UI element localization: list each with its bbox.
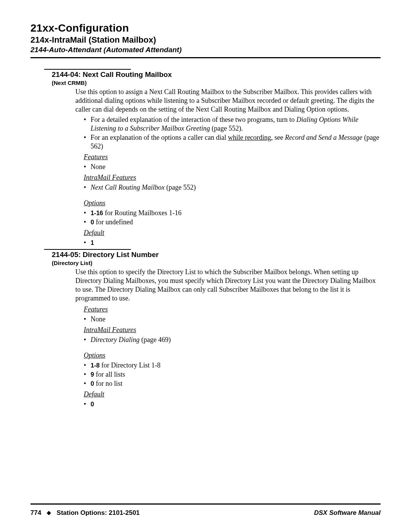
text-run: (page 552) [164,184,196,191]
intramail-link[interactable]: IntraMail Features [84,326,136,334]
bullet-icon: • [84,209,91,217]
text-run: For an explanation of the options a call… [91,134,228,141]
default-list: • 1 [84,238,381,247]
bullet-icon: • [84,238,91,247]
list-item-text: 9 for all lists [91,370,381,379]
list-item: • 1-8 for Directory List 1-8 [84,361,381,370]
footer-right: DSX Software Manual [314,509,381,517]
default-link[interactable]: Default [84,390,104,398]
bullet-icon: • [84,379,91,388]
footer-rule [30,503,381,505]
list-item: • 9 for all lists [84,370,381,379]
list-item: • None [84,315,381,324]
options-link[interactable]: Options [84,199,105,207]
options-heading: Options [84,351,381,359]
section-rule [44,69,131,70]
list-item: • For a detailed explanation of the inte… [84,115,381,133]
list-item-text: 0 [91,400,381,409]
section-subtitle: (Next CRMB) [52,80,381,86]
text-run: for Routing Mailboxes 1-16 [103,209,182,217]
section-subtitle: (Directory List) [52,260,381,266]
text-run-underline: while recording [228,134,271,141]
features-link[interactable]: Features [84,153,108,161]
bullet-icon: • [84,315,91,324]
text-run-bold: 1 [91,239,94,246]
list-item-text: Directory Dialing (page 469) [91,335,381,344]
intramail-heading: IntraMail Features [84,326,381,334]
header-h2: 214x-IntraMail (Station Mailbox) [30,35,381,45]
text-run: , see [271,134,285,141]
intramail-list: • Next Call Routing Mailbox (page 552) [84,183,381,192]
list-item-text: 0 for no list [91,379,381,388]
list-item-text: For a detailed explanation of the intera… [91,115,381,133]
text-run-bold: 1-8 [91,362,100,369]
page-header: 21xx-Configuration 214x-IntraMail (Stati… [30,22,381,54]
detail-bullets: • For a detailed explanation of the inte… [84,115,381,151]
text-run: for undefined [94,218,133,226]
bullet-icon: • [84,163,91,171]
default-heading: Default [84,229,381,237]
list-item: • 1 [84,238,381,247]
list-item: • 0 for no list [84,379,381,388]
diamond-icon: ◆ [47,510,51,516]
list-item: • For an explanation of the options a ca… [84,133,381,151]
text-run: for all lists [94,371,125,378]
list-item-text: None [91,163,381,171]
bullet-icon: • [84,183,91,192]
list-item: • None [84,163,381,171]
section-title: 2144-05: Directory List Number [52,251,381,259]
bullet-icon: • [84,361,91,370]
bullet-icon: • [84,400,91,409]
list-item: • Directory Dialing (page 469) [84,335,381,344]
default-list: • 0 [84,400,381,409]
text-run-italic: Next Call Routing Mailbox [91,184,164,191]
list-item: • Next Call Routing Mailbox (page 552) [84,183,381,192]
list-item-text: None [91,315,381,324]
section-paragraph: Use this option to assign a Next Call Ro… [75,88,381,114]
features-list: • None [84,315,381,324]
page-number: 774 [30,509,41,516]
bullet-icon: • [84,218,91,227]
bullet-icon: • [84,115,91,133]
default-heading: Default [84,390,381,398]
footer-section: Station Options: 2101-2501 [57,509,140,516]
intramail-link[interactable]: IntraMail Features [84,174,136,181]
footer-left: 774 ◆ Station Options: 2101-2501 [30,509,140,517]
options-link[interactable]: Options [84,351,105,359]
list-item: • 0 [84,400,381,409]
list-item-text: 1 [91,238,381,247]
text-run-bold: 0 [91,380,94,387]
features-list: • None [84,163,381,171]
default-link[interactable]: Default [84,229,104,236]
section-paragraph: Use this option to specify the Directory… [75,268,381,303]
text-run-bold: 0 [91,401,94,407]
list-item-text: For an explanation of the options a call… [91,133,381,151]
list-item: • 1-16 for Routing Mailboxes 1-16 [84,209,381,217]
options-list: • 1-8 for Directory List 1-8 • 9 for all… [84,361,381,388]
section-title: 2144-04: Next Call Routing Mailbox [52,70,381,79]
header-h3: 2144-Auto-Attendant (Automated Attendant… [30,46,381,54]
page-footer: 774 ◆ Station Options: 2101-2501 DSX Sof… [30,509,381,517]
list-item-text: 1-8 for Directory List 1-8 [91,361,381,370]
features-link[interactable]: Features [84,305,108,313]
text-run: For a detailed explanation of the intera… [91,116,296,123]
list-item: • 0 for undefined [84,218,381,227]
page: 21xx-Configuration 214x-IntraMail (Stati… [0,0,411,532]
options-list: • 1-16 for Routing Mailboxes 1-16 • 0 fo… [84,209,381,227]
options-heading: Options [84,199,381,207]
intramail-heading: IntraMail Features [84,174,381,182]
bullet-icon: • [84,335,91,344]
features-heading: Features [84,305,381,313]
list-item-text: Next Call Routing Mailbox (page 552) [91,183,381,192]
text-run: for Directory List 1-8 [100,361,161,369]
features-heading: Features [84,153,381,161]
section-rule [44,249,131,250]
list-item-text: 1-16 for Routing Mailboxes 1-16 [91,209,381,217]
text-run: for no list [94,380,123,387]
text-run-italic: Record and Send a Message [285,134,362,141]
text-run-bold: 9 [91,371,94,378]
list-item-text: 0 for undefined [91,218,381,227]
text-run-italic: Directory Dialing [91,336,140,343]
text-run-bold: 0 [91,219,94,225]
text-run-bold: 1-16 [91,209,103,216]
